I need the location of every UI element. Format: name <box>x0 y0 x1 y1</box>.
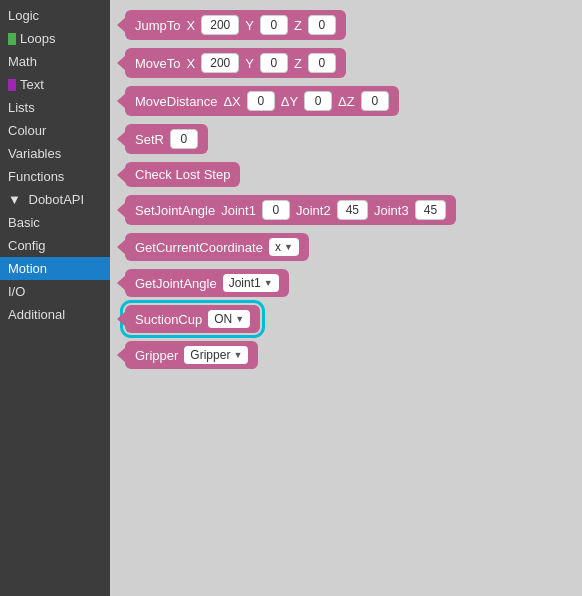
setjointangle-label: SetJointAngle <box>135 203 215 218</box>
movedistance-block[interactable]: MoveDistance ΔX 0 ΔY 0 ΔZ 0 <box>125 86 399 116</box>
sidebar-item-label: Config <box>8 238 46 253</box>
jumpto-row: JumpTo X 200 Y 0 Z 0 <box>125 10 567 40</box>
movedistance-row: MoveDistance ΔX 0 ΔY 0 ΔZ 0 <box>125 86 567 116</box>
jumpto-label: JumpTo <box>135 18 181 33</box>
sidebar-item-label: Loops <box>20 31 55 46</box>
sidebar-item-basic[interactable]: Basic <box>0 211 110 234</box>
movedistance-dy-label: ΔY <box>281 94 298 109</box>
sidebar: Logic Loops Math Text Lists Colour Varia… <box>0 0 110 596</box>
text-indicator <box>8 79 16 91</box>
sidebar-item-label: Additional <box>8 307 65 322</box>
sidebar-item-label: Variables <box>8 146 61 161</box>
sidebar-item-colour[interactable]: Colour <box>0 119 110 142</box>
jumpto-y-value[interactable]: 0 <box>260 15 288 35</box>
sidebar-item-additional[interactable]: Additional <box>0 303 110 326</box>
setr-label: SetR <box>135 132 164 147</box>
loops-indicator <box>8 33 16 45</box>
sidebar-item-label: DobotAPI <box>29 192 85 207</box>
setjointangle-j2-label: Joint2 <box>296 203 331 218</box>
sidebar-item-label: Colour <box>8 123 46 138</box>
suctioncup-row: SuctionCup ON <box>125 305 567 333</box>
sidebar-item-label: Math <box>8 54 37 69</box>
gripper-block[interactable]: Gripper Gripper <box>125 341 258 369</box>
sidebar-item-config[interactable]: Config <box>0 234 110 257</box>
gripper-row: Gripper Gripper <box>125 341 567 369</box>
suctioncup-block[interactable]: SuctionCup ON <box>125 305 260 333</box>
moveto-x-value[interactable]: 200 <box>201 53 239 73</box>
setr-block[interactable]: SetR 0 <box>125 124 208 154</box>
setjointangle-j1-label: Joint1 <box>221 203 256 218</box>
suctioncup-dropdown[interactable]: ON <box>208 310 250 328</box>
moveto-x-label: X <box>187 56 196 71</box>
jumpto-y-label: Y <box>245 18 254 33</box>
sidebar-item-functions[interactable]: Functions <box>0 165 110 188</box>
sidebar-item-label: Logic <box>8 8 39 23</box>
jumpto-x-label: X <box>187 18 196 33</box>
sidebar-item-logic[interactable]: Logic <box>0 4 110 27</box>
moveto-y-label: Y <box>245 56 254 71</box>
setjointangle-j3-label: Joint3 <box>374 203 409 218</box>
movedistance-dx-value[interactable]: 0 <box>247 91 275 111</box>
sidebar-item-label: Text <box>20 77 44 92</box>
moveto-label: MoveTo <box>135 56 181 71</box>
setr-row: SetR 0 <box>125 124 567 154</box>
moveto-z-label: Z <box>294 56 302 71</box>
moveto-y-value[interactable]: 0 <box>260 53 288 73</box>
sidebar-item-label: I/O <box>8 284 25 299</box>
movedistance-dz-value[interactable]: 0 <box>361 91 389 111</box>
sidebar-item-text[interactable]: Text <box>0 73 110 96</box>
arrow-icon: ▼ <box>8 192 21 207</box>
sidebar-item-io[interactable]: I/O <box>0 280 110 303</box>
suctioncup-label: SuctionCup <box>135 312 202 327</box>
gripper-label: Gripper <box>135 348 178 363</box>
jumpto-block[interactable]: JumpTo X 200 Y 0 Z 0 <box>125 10 346 40</box>
checklost-label: Check Lost Step <box>135 167 230 182</box>
getjointangle-row: GetJointAngle Joint1 <box>125 269 567 297</box>
getjointangle-block[interactable]: GetJointAngle Joint1 <box>125 269 289 297</box>
movedistance-label: MoveDistance <box>135 94 217 109</box>
sidebar-item-label: Motion <box>8 261 47 276</box>
moveto-z-value[interactable]: 0 <box>308 53 336 73</box>
sidebar-item-math[interactable]: Math <box>0 50 110 73</box>
main-content: JumpTo X 200 Y 0 Z 0 MoveTo X 200 Y 0 Z … <box>110 0 582 596</box>
setjointangle-block[interactable]: SetJointAngle Joint1 0 Joint2 45 Joint3 … <box>125 195 456 225</box>
getcurrentcoordinate-label: GetCurrentCoordinate <box>135 240 263 255</box>
jumpto-z-value[interactable]: 0 <box>308 15 336 35</box>
sidebar-item-label: Basic <box>8 215 40 230</box>
sidebar-item-lists[interactable]: Lists <box>0 96 110 119</box>
setr-value[interactable]: 0 <box>170 129 198 149</box>
setjointangle-j2-value[interactable]: 45 <box>337 200 368 220</box>
jumpto-x-value[interactable]: 200 <box>201 15 239 35</box>
moveto-block[interactable]: MoveTo X 200 Y 0 Z 0 <box>125 48 346 78</box>
movedistance-dx-label: ΔX <box>223 94 240 109</box>
getjointangle-dropdown[interactable]: Joint1 <box>223 274 279 292</box>
gripper-dropdown[interactable]: Gripper <box>184 346 248 364</box>
checklost-block[interactable]: Check Lost Step <box>125 162 240 187</box>
checklost-row: Check Lost Step <box>125 162 567 187</box>
setjointangle-j1-value[interactable]: 0 <box>262 200 290 220</box>
moveto-row: MoveTo X 200 Y 0 Z 0 <box>125 48 567 78</box>
sidebar-item-label: Lists <box>8 100 35 115</box>
getcurrentcoordinate-dropdown[interactable]: x <box>269 238 299 256</box>
getcurrentcoordinate-block[interactable]: GetCurrentCoordinate x <box>125 233 309 261</box>
getcurrentcoordinate-row: GetCurrentCoordinate x <box>125 233 567 261</box>
getjointangle-label: GetJointAngle <box>135 276 217 291</box>
movedistance-dz-label: ΔZ <box>338 94 355 109</box>
setjointangle-row: SetJointAngle Joint1 0 Joint2 45 Joint3 … <box>125 195 567 225</box>
sidebar-item-loops[interactable]: Loops <box>0 27 110 50</box>
setjointangle-j3-value[interactable]: 45 <box>415 200 446 220</box>
sidebar-item-variables[interactable]: Variables <box>0 142 110 165</box>
sidebar-item-dobotapi[interactable]: ▼ DobotAPI <box>0 188 110 211</box>
sidebar-item-motion[interactable]: Motion <box>0 257 110 280</box>
sidebar-item-label: Functions <box>8 169 64 184</box>
movedistance-dy-value[interactable]: 0 <box>304 91 332 111</box>
jumpto-z-label: Z <box>294 18 302 33</box>
